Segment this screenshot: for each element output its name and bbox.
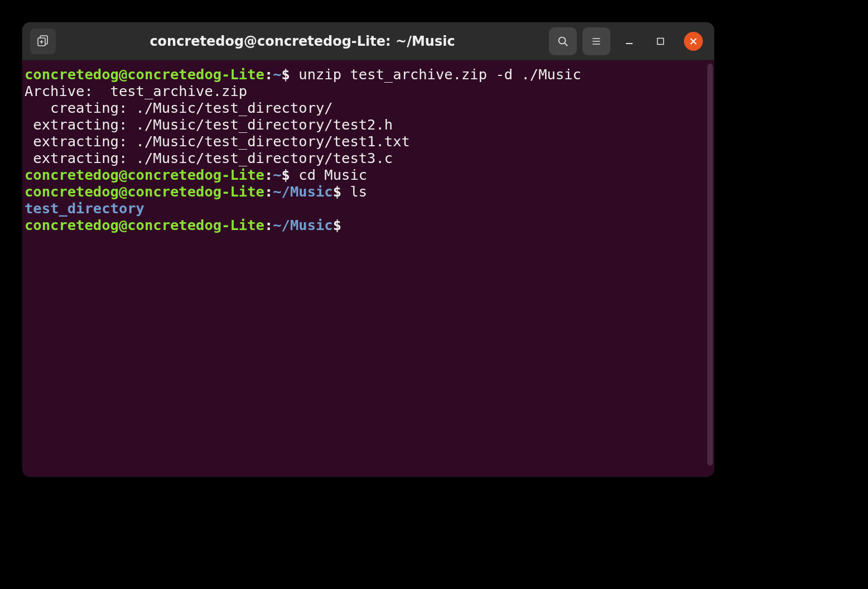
prompt-user-host: concretedog@concretedog-Lite [25, 183, 264, 200]
hamburger-icon [591, 36, 602, 47]
prompt-dollar: $ [282, 66, 299, 83]
minimize-button[interactable] [621, 33, 637, 49]
output-line: extracting: ./Music/test_directory/test1… [25, 133, 410, 150]
prompt-path: ~/Music [273, 183, 332, 200]
command-text: ls [350, 183, 367, 200]
prompt-path: ~ [273, 166, 281, 183]
titlebar: concretedog@concretedog-Lite: ~/Music [22, 22, 714, 60]
output-line: extracting: ./Music/test_directory/test2… [25, 116, 393, 133]
prompt-path: ~/Music [273, 217, 332, 233]
prompt-dollar: $ [333, 217, 350, 233]
search-icon [557, 35, 569, 47]
output-line: Archive: test_archive.zip [25, 83, 247, 99]
window-controls [616, 32, 706, 51]
terminal-body[interactable]: concretedog@concretedog-Lite:~$ unzip te… [22, 60, 714, 477]
prompt-colon: : [264, 166, 273, 183]
search-button[interactable] [549, 27, 577, 55]
svg-line-4 [565, 43, 567, 46]
menu-button[interactable] [582, 27, 610, 55]
maximize-button[interactable] [653, 33, 668, 49]
prompt-colon: : [264, 183, 273, 200]
window-title: concretedog@concretedog-Lite: ~/Music [61, 33, 543, 49]
maximize-icon [657, 37, 664, 45]
scrollbar[interactable] [707, 64, 713, 466]
command-text: cd Music [298, 166, 367, 183]
close-button[interactable] [684, 32, 703, 51]
prompt-user-host: concretedog@concretedog-Lite [25, 66, 264, 83]
terminal-window: concretedog@concretedog-Lite: ~/Music [22, 22, 714, 477]
close-icon [689, 37, 697, 45]
prompt-dollar: $ [282, 166, 299, 183]
prompt-colon: : [264, 66, 273, 83]
prompt-user-host: concretedog@concretedog-Lite [25, 217, 264, 233]
command-text: unzip test_archive.zip -d ./Music [298, 66, 581, 83]
svg-point-3 [559, 37, 566, 44]
svg-rect-9 [658, 38, 664, 44]
prompt-path: ~ [273, 66, 281, 83]
minimize-icon [625, 37, 634, 46]
new-tab-icon [36, 35, 50, 48]
prompt-colon: : [264, 217, 273, 233]
prompt-dollar: $ [333, 183, 350, 200]
new-tab-button[interactable] [30, 28, 56, 54]
terminal-content: concretedog@concretedog-Lite:~$ unzip te… [25, 66, 713, 233]
prompt-user-host: concretedog@concretedog-Lite [25, 166, 264, 183]
output-line: creating: ./Music/test_directory/ [25, 99, 333, 116]
output-line: extracting: ./Music/test_directory/test3… [25, 150, 393, 166]
ls-directory-output: test_directory [25, 200, 144, 217]
